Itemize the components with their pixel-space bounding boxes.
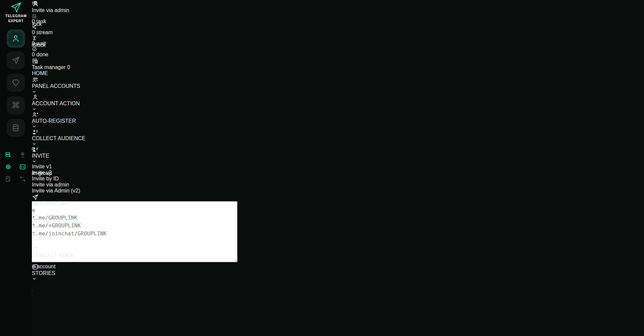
chevron-down-icon — [32, 107, 126, 111]
user-plus-icon — [32, 111, 126, 118]
sidebar: Invite via admin 0 task 0 stream 0 wait … — [32, 0, 126, 336]
user-list-icon — [32, 129, 126, 135]
stat-wait-label: wait — [36, 41, 46, 46]
page-title: Invite via admin — [32, 7, 126, 13]
send-icon — [32, 194, 126, 201]
share-icon — [32, 24, 126, 30]
sidebar-item-label: STORIES — [32, 270, 55, 276]
brand-line1: TELEGRAM — [0, 13, 32, 18]
subnav-invite-v1[interactable]: Invite v1 — [32, 164, 126, 170]
sidebar-item-label: COLLECT AUDIENCE — [32, 135, 86, 141]
subnav-invite-via-admin[interactable]: Invite via admin — [32, 182, 126, 188]
chevron-down-icon — [32, 89, 126, 94]
stat-task-label: task — [36, 18, 46, 24]
stat-stream: 0 stream — [32, 24, 126, 36]
icon-rail: TELEGRAM EXPERT ⌘ — [0, 0, 32, 336]
hourglass-icon — [32, 36, 126, 41]
sidebar-item-collect-audience[interactable]: COLLECT AUDIENCE — [32, 129, 126, 146]
subnav-label: Invite v1 — [32, 164, 52, 169]
command-icon: ⌘ — [11, 100, 20, 110]
notebook-icon — [32, 246, 126, 253]
task-window-icon — [32, 58, 39, 64]
page-icon-badge — [32, 0, 126, 7]
check-circle-icon — [32, 47, 126, 52]
swap-icon[interactable] — [19, 175, 26, 182]
subnav-label: Invite v2 — [32, 170, 52, 175]
sidebar-item-label: ACCOUNT ACTION — [32, 101, 80, 106]
rail-accounts-button[interactable] — [7, 30, 25, 48]
sidebar-item-invite[interactable]: INVITE — [32, 146, 126, 164]
section-label-home: HOME — [32, 70, 126, 76]
rail-database-button[interactable] — [7, 119, 25, 137]
stat-wait: 0 wait — [32, 36, 126, 47]
sidebar-item-phone-numbers[interactable]: PHONE NUMBERS — [32, 211, 126, 229]
subnav-label: Invite via Admin (v2) — [32, 188, 80, 193]
telegram-plane-icon — [8, 1, 24, 13]
subnav-label: Invite by ID — [32, 176, 59, 181]
stat-done-label: done — [36, 52, 48, 57]
subnav-invite-via-admin-v2[interactable]: Invite via Admin (v2) — [32, 188, 126, 194]
stat-done-value: 0 — [32, 52, 35, 57]
chevron-down-icon — [32, 241, 126, 246]
server-check-icon[interactable] — [4, 151, 12, 158]
bot-gear-icon[interactable] — [4, 163, 12, 170]
users-icon — [32, 76, 126, 83]
sidebar-item-account-action[interactable]: ACCOUNT ACTION — [32, 94, 126, 111]
sidebar-item-panel-accounts[interactable]: PANEL ACCOUNTS — [32, 76, 126, 94]
sidebar-item-stories[interactable]: STORIES — [32, 264, 126, 281]
stat-wait-value: 0 — [32, 41, 35, 46]
subnav-invite-by-id[interactable]: Invite by ID — [32, 176, 126, 182]
sidebar-item-sending-sms[interactable]: SENDING SMS — [32, 194, 126, 211]
chevron-down-icon — [32, 276, 126, 281]
app-root: TELEGRAM EXPERT ⌘ Invi — [0, 0, 644, 336]
sidebar-item-label: CONTACT BOOK — [32, 253, 74, 259]
user-icon — [32, 94, 126, 101]
chevron-down-icon — [32, 124, 126, 129]
app-logo: TELEGRAM EXPERT — [0, 1, 32, 23]
chevron-up-icon — [32, 159, 126, 164]
chevron-down-icon — [32, 207, 126, 211]
send-icon — [11, 56, 20, 65]
subnav-label: Invite via admin — [32, 182, 69, 187]
chevron-down-icon — [32, 224, 126, 229]
stat-task-value: 0 — [32, 18, 35, 24]
sidebar-item-label: AUTO-REGISTER — [32, 118, 76, 124]
webcam-icon[interactable] — [19, 151, 26, 158]
sidebar-item-label: PHONE NUMBERS — [32, 218, 79, 224]
task-manager-badge: 0 — [67, 64, 70, 70]
brand-line2: EXPERT — [0, 18, 32, 23]
code-window-icon[interactable] — [19, 163, 26, 170]
sidebar-item-label: INVITE — [32, 153, 49, 159]
chevron-down-icon — [32, 142, 126, 146]
sidebar-item-contact-book[interactable]: CONTACT BOOK — [32, 246, 126, 264]
stat-done: 0 done — [32, 47, 126, 58]
user-list-icon — [32, 146, 126, 153]
sidebar-item-label: CHEAT — [32, 235, 50, 241]
rail-command-button[interactable]: ⌘ — [7, 96, 25, 114]
document-check-icon[interactable] — [4, 175, 12, 182]
rail-premium-button[interactable] — [7, 74, 25, 92]
user-icon — [11, 34, 20, 43]
rail-send-button[interactable] — [7, 51, 25, 69]
task-manager-button[interactable]: Task manager 0 — [32, 58, 126, 70]
database-icon — [11, 123, 20, 132]
rail-utility-grid — [4, 151, 28, 182]
stat-stream-label: stream — [36, 30, 53, 35]
send-plus-icon — [32, 229, 126, 235]
sidebar-item-auto-register[interactable]: AUTO-REGISTER — [32, 111, 126, 129]
diamond-icon — [11, 78, 20, 87]
checklist-icon — [32, 13, 126, 18]
stat-stream-value: 0 — [32, 30, 35, 35]
subnav-invite-v2[interactable]: Invite v2 — [32, 170, 126, 176]
user-icon — [32, 0, 39, 7]
stat-task: 0 task — [32, 13, 126, 24]
chevron-down-icon — [32, 259, 126, 264]
sidebar-item-cheat[interactable]: CHEAT — [32, 229, 126, 246]
phone-icon — [32, 211, 126, 218]
task-manager-label: Task manager — [32, 64, 66, 70]
sidebar-item-label: SENDING SMS — [32, 201, 69, 206]
plus-square-icon — [32, 264, 126, 270]
sidebar-item-label: PANEL ACCOUNTS — [32, 83, 80, 89]
